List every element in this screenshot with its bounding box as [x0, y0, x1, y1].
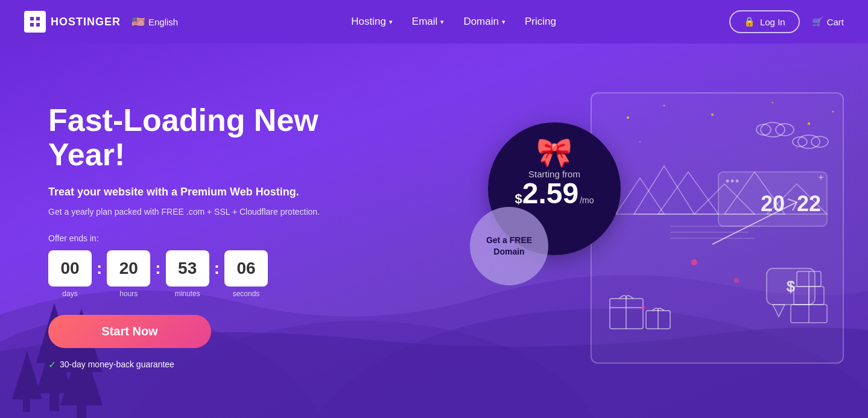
price-amount: 2.59 — [522, 179, 578, 208]
nav-domain-label: Domain — [463, 16, 499, 28]
nav-domain[interactable]: Domain ▾ — [463, 16, 505, 28]
svg-point-18 — [639, 141, 641, 142]
svg-rect-5 — [49, 393, 59, 411]
seconds-label: seconds — [233, 290, 260, 298]
hero-title: Fast-Loading New Year! — [48, 103, 374, 172]
separator-1: : — [97, 259, 102, 289]
hero-description: Get a yearly plan packed with FREE .com … — [48, 207, 374, 217]
hero-illustration: 🎀 Starting from $ 2.59 /mo Get a FREE Do… — [452, 74, 844, 388]
svg-point-38 — [731, 179, 734, 182]
navbar: HOSTINGER 🇺🇸 English Hosting ▾ Email ▾ D… — [0, 0, 868, 43]
flag-icon: 🇺🇸 — [131, 15, 145, 28]
bow-icon: 🎀 — [536, 136, 572, 169]
svg-point-17 — [832, 110, 834, 112]
svg-point-14 — [711, 113, 714, 116]
svg-text:20: 20 — [761, 191, 785, 216]
nav-email-label: Email — [412, 16, 438, 28]
login-label: Log In — [760, 17, 785, 27]
svg-text:22: 22 — [797, 191, 821, 216]
seconds-value: 06 — [224, 250, 268, 287]
svg-point-12 — [627, 116, 629, 119]
price-dollar-sign: $ — [515, 191, 522, 207]
offer-label: Offer ends in: — [48, 233, 374, 243]
hero-subtitle: Treat your website with a Premium Web Ho… — [48, 185, 374, 200]
start-now-button[interactable]: Start Now — [48, 315, 211, 348]
countdown-seconds: 06 seconds — [224, 250, 268, 298]
guarantee-text: ✓ 30-day money-back guarantee — [48, 359, 374, 370]
hero-section: Fast-Loading New Year! Treat your websit… — [0, 43, 868, 418]
cart-label: Cart — [827, 17, 844, 27]
free-domain-bubble: Get a FREE Domain — [470, 207, 548, 285]
countdown-minutes: 53 minutes — [166, 250, 209, 298]
minutes-value: 53 — [166, 250, 209, 287]
brand-name: HOSTINGER — [51, 16, 121, 28]
cart-button[interactable]: 🛒 Cart — [812, 16, 844, 27]
language-label: English — [148, 17, 178, 27]
price-per-month: /mo — [580, 195, 594, 205]
logo-icon — [24, 11, 46, 33]
svg-point-16 — [808, 122, 810, 125]
nav-pricing-label: Pricing — [525, 16, 556, 28]
guarantee-label: 30-day money-back guarantee — [60, 359, 174, 369]
hours-label: hours — [119, 290, 138, 298]
countdown-days: 00 days — [48, 250, 92, 298]
chevron-down-icon: ▾ — [389, 18, 393, 26]
minutes-label: minutes — [175, 290, 200, 298]
chevron-down-icon: ▾ — [440, 18, 444, 26]
svg-point-57 — [691, 259, 697, 265]
svg-rect-8 — [77, 405, 86, 418]
nav-hosting[interactable]: Hosting ▾ — [351, 16, 393, 28]
check-icon: ✓ — [48, 359, 56, 370]
separator-3: : — [214, 259, 220, 289]
hero-content: Fast-Loading New Year! Treat your websit… — [48, 91, 374, 370]
svg-point-39 — [736, 179, 739, 182]
days-label: days — [62, 290, 77, 298]
svg-marker-9 — [12, 351, 42, 399]
countdown-hours: 20 hours — [107, 250, 150, 298]
lock-icon: 🔒 — [744, 16, 755, 27]
chevron-down-icon: ▾ — [502, 18, 505, 26]
illustration-card: 20 22 — [591, 92, 844, 364]
svg-point-37 — [726, 179, 729, 182]
free-domain-text: Get a FREE Domain — [486, 235, 532, 256]
navbar-right: 🔒 Log In 🛒 Cart — [729, 10, 844, 33]
logo[interactable]: HOSTINGER — [24, 11, 121, 33]
hours-value: 20 — [107, 250, 150, 287]
language-selector[interactable]: 🇺🇸 English — [131, 15, 178, 28]
navbar-left: HOSTINGER 🇺🇸 English — [24, 11, 178, 33]
svg-point-58 — [734, 278, 739, 283]
svg-point-59 — [641, 306, 645, 309]
login-button[interactable]: 🔒 Log In — [729, 10, 800, 33]
price-display: $ 2.59 /mo — [515, 179, 594, 208]
nav-hosting-label: Hosting — [351, 16, 386, 28]
svg-point-15 — [772, 101, 774, 103]
svg-rect-10 — [23, 399, 30, 412]
days-value: 00 — [48, 250, 92, 287]
cart-icon: 🛒 — [812, 16, 823, 27]
svg-point-19 — [796, 147, 797, 148]
nav-pricing[interactable]: Pricing — [525, 16, 556, 28]
nav-email[interactable]: Email ▾ — [412, 16, 445, 28]
nav-links: Hosting ▾ Email ▾ Domain ▾ Pricing — [351, 16, 556, 28]
svg-point-13 — [664, 104, 665, 106]
separator-2: : — [155, 259, 160, 289]
svg-rect-11 — [592, 93, 844, 364]
countdown-timer: 00 days : 20 hours : 53 minutes : 06 sec… — [48, 250, 374, 298]
